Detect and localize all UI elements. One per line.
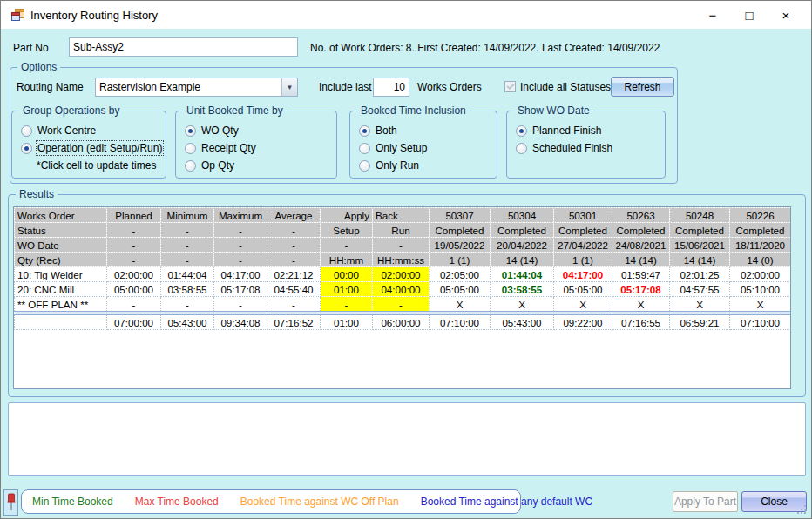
grid-cell[interactable]: 01:00	[321, 282, 373, 297]
grid-cell[interactable]: 05:05:00	[430, 282, 491, 297]
grid-cell[interactable]: 10: Tig Welder	[15, 267, 107, 282]
grid-cell[interactable]: 04:17:00	[214, 267, 267, 282]
grid-cell[interactable]: 03:58:55	[491, 282, 554, 297]
radio-work-centre[interactable]: Work Centre	[12, 122, 166, 139]
show-wo-date-groupbox: Show WO Date Planned FinishScheduled Fin…	[506, 111, 666, 179]
grid-cell[interactable]: 02:00:00	[373, 267, 430, 282]
include-all-statuses-checkbox[interactable]	[504, 81, 516, 92]
grid-header-cell: Works Order	[15, 208, 107, 223]
grid-cell[interactable]: 02:01:25	[670, 267, 730, 282]
radio-icon[interactable]	[516, 125, 527, 137]
radio-only-run[interactable]: Only Run	[350, 157, 497, 174]
grid-cell	[15, 315, 107, 330]
grid-cell[interactable]: 05:05:00	[554, 282, 612, 297]
radio-icon[interactable]	[21, 125, 32, 137]
grid-header-cell: 50263	[612, 208, 670, 223]
grid-header-cell: Completed	[430, 223, 491, 238]
grid-cell[interactable]: 02:00:00	[730, 267, 791, 282]
grid-cell[interactable]: 05:17:08	[612, 282, 670, 297]
grid-cell[interactable]: -	[373, 297, 430, 312]
include-last-input[interactable]	[373, 78, 409, 97]
resize-grip[interactable]	[797, 505, 799, 507]
close-footer-button[interactable]: Close	[741, 491, 807, 512]
grid-header-cell: 50304	[491, 208, 554, 223]
grid-cell[interactable]: -	[161, 297, 214, 312]
grid-cell[interactable]: 02:21:12	[267, 267, 321, 282]
notes-panel	[8, 402, 806, 476]
radio-icon[interactable]	[21, 143, 32, 154]
grid-cell[interactable]: 05:17:08	[214, 282, 267, 297]
legend-max-time-booked: Max Time Booked	[135, 495, 219, 508]
grid-header-cell: -	[107, 223, 161, 238]
grid-cell[interactable]: -	[214, 297, 267, 312]
radio-operation-edit-setup-run[interactable]: Operation (edit Setup/Run)	[12, 139, 166, 157]
apply-to-part-button[interactable]: Apply To Part	[673, 491, 738, 512]
radio-icon[interactable]	[185, 160, 196, 172]
refresh-button[interactable]: Refresh	[611, 77, 674, 97]
radio-label: WO Qty	[201, 125, 239, 137]
grid-cell[interactable]: 05:00:00	[107, 282, 161, 297]
grid-cell[interactable]: 03:58:55	[161, 282, 214, 297]
radio-label: Receipt Qty	[201, 142, 256, 154]
radio-only-setup[interactable]: Only Setup	[350, 139, 497, 157]
group-operations-title: Group Operations by	[19, 104, 123, 117]
grid-cell[interactable]: 01:59:47	[612, 267, 670, 282]
grid-cell[interactable]: 05:10:00	[730, 282, 791, 297]
grid-cell[interactable]: 01:44:04	[161, 267, 214, 282]
grid-cell[interactable]: 02:05:00	[430, 267, 491, 282]
grid-cell[interactable]: 01:44:04	[491, 267, 554, 282]
radio-planned-finish[interactable]: Planned Finish	[507, 122, 665, 139]
grid-header-cell: Run	[373, 223, 430, 238]
radio-both[interactable]: Both	[350, 122, 497, 139]
results-title: Results	[16, 188, 58, 200]
pin-button[interactable]	[3, 489, 18, 516]
radio-receipt-qty[interactable]: Receipt Qty	[176, 139, 336, 157]
grid-cell: 07:16:52	[267, 315, 321, 330]
grid-cell[interactable]: X	[554, 297, 612, 312]
grid-header-cell: 27/04/2022	[554, 238, 612, 253]
radio-wo-qty[interactable]: WO Qty	[176, 122, 336, 139]
radio-icon[interactable]	[516, 143, 527, 154]
grid-header-cell: -	[267, 238, 321, 253]
grid-cell[interactable]: -	[107, 297, 161, 312]
grid-cell[interactable]: X	[670, 297, 730, 312]
part-no-input[interactable]	[69, 37, 298, 57]
grid-cell[interactable]: 20: CNC Mill	[15, 282, 107, 297]
grid-cell[interactable]: X	[612, 297, 670, 312]
grid-cell[interactable]: 04:55:40	[267, 282, 321, 297]
grid-cell[interactable]: 04:17:00	[554, 267, 612, 282]
grid-cell[interactable]: X	[491, 297, 554, 312]
grid-header-cell: 24/08/2021	[612, 238, 670, 253]
grid-cell[interactable]: 00:00	[321, 267, 373, 282]
booked-inclusion-title: Booked Time Inclusion	[357, 104, 470, 117]
grid-cell: 09:22:00	[554, 315, 612, 330]
radio-icon[interactable]	[185, 125, 196, 137]
radio-scheduled-finish[interactable]: Scheduled Finish	[507, 139, 665, 157]
grid-cell: 07:10:00	[730, 315, 791, 330]
routing-name-combobox[interactable]: Rastervision Example ▼	[95, 78, 298, 97]
grid-cell[interactable]: 04:00:00	[373, 282, 430, 297]
legend-booked-time-against-wc-off-plan: Booked Time against WC Off Plan	[240, 495, 399, 508]
grid-header-cell: Qty (Rec)	[15, 253, 107, 267]
radio-icon[interactable]	[359, 143, 370, 154]
grid-cell: 05:43:00	[491, 315, 554, 330]
grid-cell[interactable]: -	[267, 297, 321, 312]
radio-icon[interactable]	[185, 143, 196, 154]
grid-cell[interactable]: X	[730, 297, 791, 312]
minimize-button[interactable]: −	[694, 2, 731, 28]
maximize-button[interactable]: □	[731, 2, 768, 28]
grid-cell[interactable]: X	[430, 297, 491, 312]
radio-icon[interactable]	[359, 125, 370, 137]
grid-cell[interactable]: ** OFF PLAN **	[15, 297, 107, 312]
grid-cell[interactable]: -	[321, 297, 373, 312]
chevron-down-icon[interactable]: ▼	[281, 78, 297, 96]
grid-cell[interactable]: 04:57:55	[670, 282, 730, 297]
close-button[interactable]: ×	[768, 2, 804, 28]
radio-op-qty[interactable]: Op Qty	[176, 157, 336, 174]
part-no-label: Part No	[13, 42, 49, 54]
grid-header-cell: 50248	[670, 208, 730, 223]
grid-header-cell: Minimum	[161, 208, 214, 223]
grid-cell[interactable]: 02:00:00	[107, 267, 161, 282]
radio-icon[interactable]	[359, 160, 370, 172]
legend-min-time-booked: Min Time Booked	[32, 495, 113, 508]
